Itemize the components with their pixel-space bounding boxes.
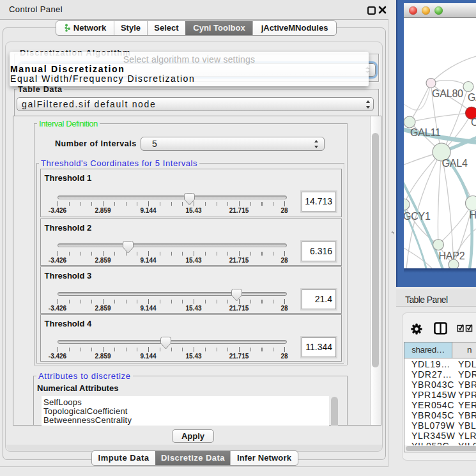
svg-text:GAL11: GAL11: [410, 127, 441, 138]
svg-text:HAP2: HAP2: [439, 250, 465, 261]
svg-text:GCY1: GCY1: [404, 211, 431, 222]
svg-text:GA: GA: [468, 92, 476, 103]
svg-text:H: H: [470, 210, 476, 220]
svg-text:GAL4: GAL4: [442, 158, 468, 169]
svg-text:GAL80: GAL80: [432, 88, 463, 99]
svg-text:C: C: [471, 117, 476, 128]
